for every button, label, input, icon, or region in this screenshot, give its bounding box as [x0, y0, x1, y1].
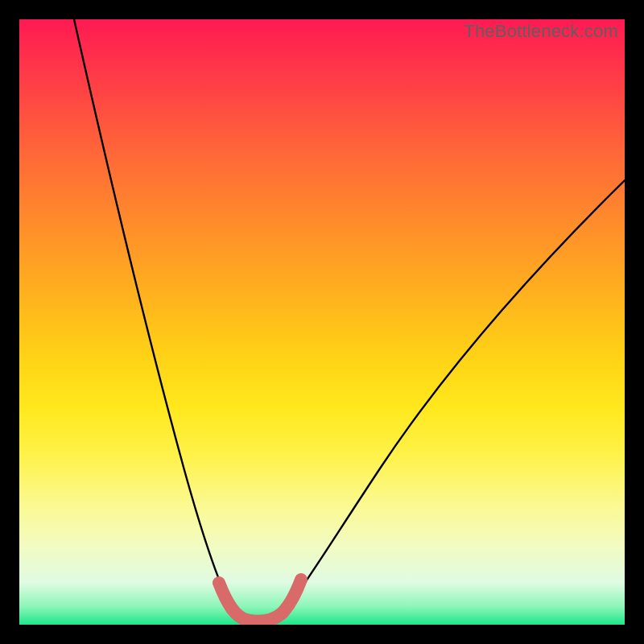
plot-area: TheBottleneck.com [19, 19, 625, 625]
bottleneck-curve-svg [19, 19, 625, 625]
chart-frame: TheBottleneck.com [0, 0, 644, 644]
curve-left-branch [74, 19, 230, 605]
attribution-label: TheBottleneck.com [464, 21, 618, 42]
curve-right-branch [289, 180, 625, 605]
curve-valley-highlight [219, 580, 301, 621]
